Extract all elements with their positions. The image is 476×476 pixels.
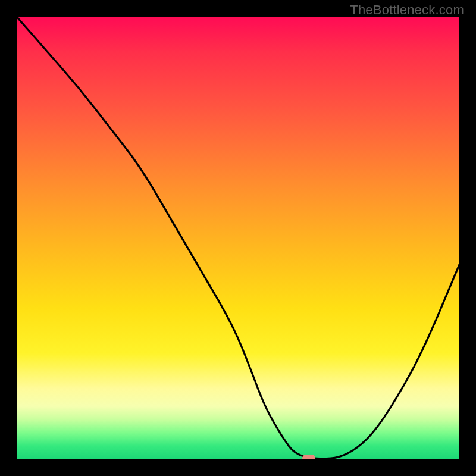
curve-layer: [17, 17, 459, 459]
watermark-text: TheBottleneck.com: [350, 2, 464, 18]
chart-frame: TheBottleneck.com: [0, 0, 476, 476]
bottleneck-curve: [17, 17, 459, 459]
plot-area: [17, 17, 459, 459]
minimum-marker: [302, 455, 315, 459]
